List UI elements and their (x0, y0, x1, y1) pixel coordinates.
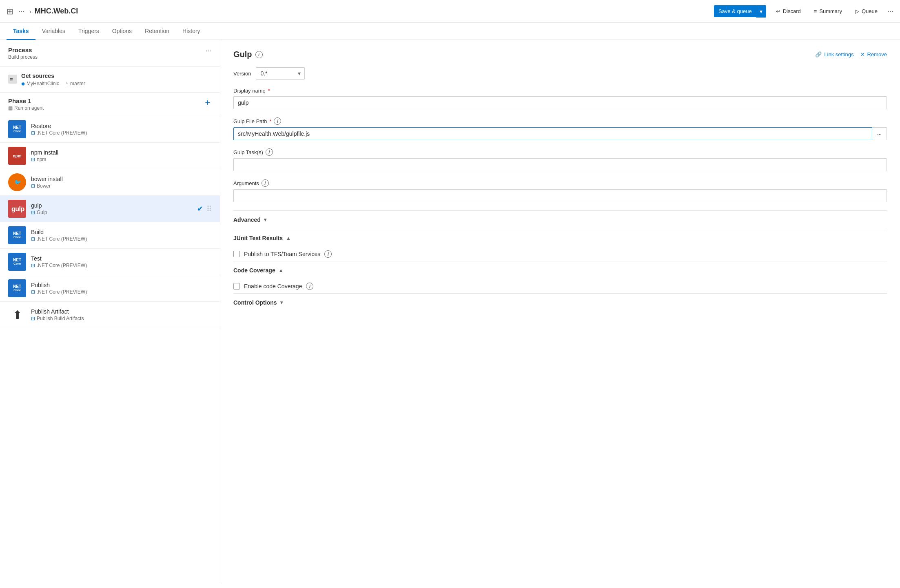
task-meta-bower: ⊡ Bower (31, 183, 212, 189)
task-name-restore: Restore (31, 123, 212, 129)
gulp-file-path-group: Gulp File Path * i ··· (233, 117, 887, 140)
control-options-chevron-icon: ▾ (280, 300, 283, 305)
enable-coverage-label: Enable code Coverage (244, 283, 302, 290)
process-info: Process Build process (8, 46, 38, 60)
tab-options[interactable]: Options (106, 23, 138, 40)
version-group: Version 0.* 1.* 2.* (233, 67, 887, 80)
add-task-button[interactable]: + (203, 97, 212, 108)
task-item-publish-artifact[interactable]: ⬆ Publish Artifact ⊡ Publish Build Artif… (0, 302, 220, 328)
save-queue-arrow[interactable]: ▾ (756, 5, 766, 18)
publish-tfs-info-icon[interactable]: i (324, 250, 332, 258)
gulp-info-icon[interactable]: i (255, 51, 263, 58)
control-options-section-header[interactable]: Control Options ▾ (233, 293, 887, 312)
remove-icon: ✕ (860, 51, 865, 57)
task-meta-publish-net: ⊡ .NET Core (PREVIEW) (31, 289, 212, 295)
get-sources-icon-wrap: ≡ (8, 75, 17, 85)
repo-icon: ◆ (21, 81, 25, 86)
version-select[interactable]: 0.* 1.* 2.* (256, 67, 305, 80)
topbar-more-button[interactable]: ··· (887, 7, 893, 15)
task-item-publish-net[interactable]: NETCore Publish ⊡ .NET Core (PREVIEW) (0, 275, 220, 302)
task-info-bower: bower install ⊡ Bower (31, 176, 212, 189)
left-panel: Process Build process ··· ≡ Get sources … (0, 40, 220, 583)
task-drag-handle[interactable]: ⠿ (206, 204, 212, 213)
gulp-config-title: Gulp i (233, 50, 263, 59)
task-info-test: Test ⊡ .NET Core (PREVIEW) (31, 255, 212, 268)
discard-icon: ↩ (776, 8, 780, 14)
enable-coverage-info-icon[interactable]: i (306, 283, 313, 290)
task-meta-build: ⊡ .NET Core (PREVIEW) (31, 236, 212, 242)
task-item-build[interactable]: NETCore Build ⊡ .NET Core (PREVIEW) (0, 222, 220, 249)
top-bar-dots[interactable]: ··· (17, 5, 26, 17)
get-sources-title: Get sources (21, 73, 85, 79)
gulp-file-path-input-group: ··· (233, 127, 887, 140)
control-options-label: Control Options (233, 299, 277, 306)
task-name-gulp: gulp (31, 202, 192, 209)
tab-triggers[interactable]: Triggers (72, 23, 106, 40)
get-sources-section[interactable]: ≡ Get sources ◆ MyHealthClinic ⑂ master (0, 67, 220, 93)
task-repo-icon-bower: ⊡ (31, 183, 35, 189)
gulp-config-header: Gulp i 🔗 Link settings ✕ Remove (233, 50, 887, 59)
code-coverage-label: Code Coverage (233, 267, 275, 274)
net-core-icon-test: NETCore (8, 253, 26, 271)
discard-button[interactable]: ↩ Discard (773, 6, 804, 17)
queue-icon: ▷ (855, 8, 859, 14)
link-settings-button[interactable]: 🔗 Link settings (815, 51, 853, 57)
get-sources-branch: ⑂ master (66, 81, 85, 86)
npm-icon: npm (8, 147, 26, 165)
process-header: Process Build process ··· (8, 46, 212, 60)
code-coverage-section-header[interactable]: Code Coverage ▲ (233, 261, 887, 279)
gulp-file-path-info-icon[interactable]: i (274, 117, 281, 125)
enable-coverage-checkbox[interactable] (233, 283, 240, 290)
gulp-title-text: Gulp (233, 50, 252, 59)
gulp-file-path-browse-button[interactable]: ··· (872, 127, 887, 140)
get-sources-icon: ≡ (8, 75, 17, 84)
task-meta-gulp: ⊡ Gulp (31, 210, 192, 215)
save-queue-main[interactable]: Save & queue (714, 5, 756, 17)
task-info-gulp: gulp ⊡ Gulp (31, 202, 192, 215)
tab-variables[interactable]: Variables (35, 23, 72, 40)
gulp-tasks-input[interactable] (233, 158, 887, 171)
arguments-info-icon[interactable]: i (262, 179, 269, 187)
task-name-publish-net: Publish (31, 282, 212, 288)
task-repo-icon-gulp: ⊡ (31, 210, 35, 215)
display-name-input[interactable] (233, 96, 887, 109)
task-item-npm[interactable]: npm npm install ⊡ npm (0, 143, 220, 169)
arguments-label: Arguments i (233, 179, 887, 187)
tab-history[interactable]: History (176, 23, 207, 40)
task-item-test[interactable]: NETCore Test ⊡ .NET Core (PREVIEW) (0, 249, 220, 275)
gulp-tasks-info-icon[interactable]: i (266, 148, 273, 156)
task-item-gulp[interactable]: gulp gulp ⊡ Gulp ✔ ⠿ (0, 196, 220, 222)
process-dots-button[interactable]: ··· (206, 46, 212, 55)
task-info-publish-artifact: Publish Artifact ⊡ Publish Build Artifac… (31, 308, 212, 321)
branch-icon: ⑂ (66, 81, 69, 86)
task-meta-test: ⊡ .NET Core (PREVIEW) (31, 263, 212, 268)
discard-label: Discard (783, 8, 801, 14)
gulp-file-path-input[interactable] (233, 127, 872, 140)
task-item-bower[interactable]: 🐦 bower install ⊡ Bower (0, 169, 220, 196)
task-repo-icon-build: ⊡ (31, 236, 35, 242)
tab-retention[interactable]: Retention (138, 23, 176, 40)
task-repo-icon-artifact: ⊡ (31, 316, 35, 321)
svg-text:≡: ≡ (10, 76, 13, 82)
arguments-group: Arguments i (233, 179, 887, 202)
net-core-icon-build: NETCore (8, 226, 26, 244)
task-item-restore[interactable]: NETCore Restore ⊡ .NET Core (PREVIEW) (0, 116, 220, 143)
save-queue-button[interactable]: Save & queue ▾ (714, 5, 766, 18)
task-right-gulp: ✔ ⠿ (197, 204, 212, 213)
advanced-section-header[interactable]: Advanced ▾ (233, 210, 887, 229)
summary-button[interactable]: ≡ Summary (811, 6, 845, 17)
enable-coverage-row: Enable code Coverage i (233, 279, 887, 293)
queue-button[interactable]: ▷ Queue (852, 6, 881, 17)
bower-svg: 🐦 (11, 177, 23, 188)
get-sources-meta: ◆ MyHealthClinic ⑂ master (21, 81, 85, 86)
tab-tasks[interactable]: Tasks (7, 23, 35, 40)
phase-section: Phase 1 ▤ Run on agent + (0, 93, 220, 116)
breadcrumb-chevron: › (29, 8, 31, 15)
arguments-input[interactable] (233, 189, 887, 202)
publish-tfs-checkbox[interactable] (233, 251, 240, 257)
process-title: Process (8, 46, 38, 53)
task-info-build: Build ⊡ .NET Core (PREVIEW) (31, 229, 212, 242)
junit-section-header[interactable]: JUnit Test Results ▲ (233, 229, 887, 247)
remove-button[interactable]: ✕ Remove (860, 51, 887, 57)
gulp-svg: gulp (8, 200, 26, 218)
